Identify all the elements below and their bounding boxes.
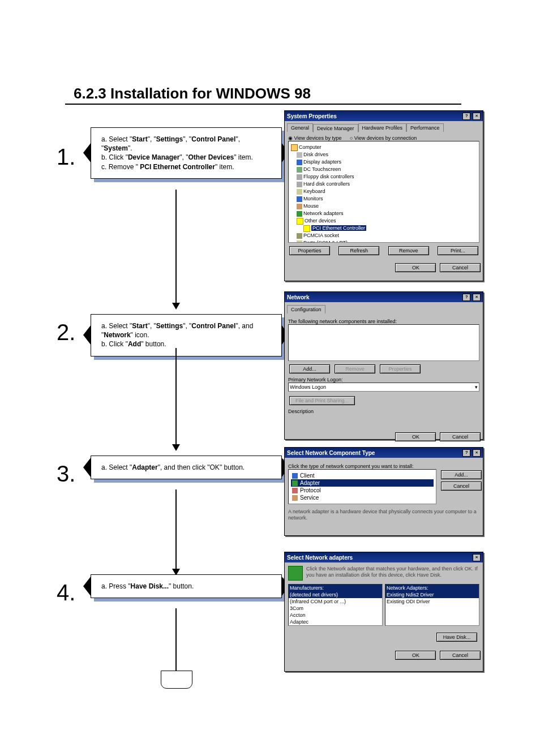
list-item[interactable]: (Infrared COM port or ...) <box>289 598 382 605</box>
tree-item[interactable]: Keyboard <box>291 188 477 195</box>
close-icon[interactable]: × <box>473 294 481 301</box>
description-text: A network adapter is a hardware device t… <box>288 509 479 521</box>
cancel-button[interactable]: Cancel <box>441 482 482 491</box>
client-icon <box>292 473 298 479</box>
list-item-client[interactable]: Client <box>291 472 434 479</box>
window-select-network-adapters: Select Network adapters × Click the Netw… <box>284 552 483 672</box>
tree-item[interactable]: PCMCIA socket <box>291 232 477 239</box>
tab-device-manager[interactable]: Device Manager <box>313 124 358 132</box>
step-4-number: 4. <box>57 580 75 605</box>
refresh-button[interactable]: Refresh <box>338 246 379 255</box>
list-item-adapter[interactable]: Adapter <box>291 479 434 487</box>
tree-item[interactable]: Ports (COM & LPT) <box>291 239 477 243</box>
tree-item-pci-ethernet[interactable]: PCI Ethernet Controller <box>291 225 477 232</box>
close-icon[interactable]: × <box>473 554 481 561</box>
cancel-button[interactable]: Cancel <box>440 651 481 660</box>
ok-button[interactable]: OK <box>395 651 436 660</box>
list-item[interactable]: (detected net drivers) <box>289 591 382 598</box>
manufacturers-header: Manufacturers: <box>289 585 382 591</box>
page-title: 6.2.3 Installation for WINDOWS 98 <box>74 85 517 102</box>
remove-button: Remove <box>335 364 375 373</box>
list-item[interactable]: Adaptec <box>289 618 382 625</box>
flow-end-connector <box>161 671 192 689</box>
adapter-icon <box>288 566 303 581</box>
device-tree[interactable]: Computer Disk drives Display adapters DC… <box>288 141 479 243</box>
tree-item[interactable]: DC Touchscreen <box>291 166 477 173</box>
tab-hardware-profiles[interactable]: Hardware Profiles <box>358 123 407 132</box>
cancel-button[interactable]: Cancel <box>440 263 481 272</box>
connector-line <box>175 608 177 671</box>
list-item-protocol[interactable]: Protocol <box>291 487 434 494</box>
description-label: Description <box>288 409 479 414</box>
protocol-icon <box>292 488 298 493</box>
tree-item[interactable]: Mouse <box>291 203 477 210</box>
tab-performance[interactable]: Performance <box>406 123 444 132</box>
tree-item[interactable]: Disk drives <box>291 151 477 158</box>
component-list[interactable]: Client Adapter Protocol Service <box>288 469 436 504</box>
tree-item[interactable]: Display adapters <box>291 158 477 166</box>
primary-logon-select[interactable]: Windows Logon▾ <box>288 383 479 392</box>
tree-item[interactable]: Other devices <box>291 217 477 225</box>
ok-button[interactable]: OK <box>395 263 436 272</box>
tab-general[interactable]: General <box>287 123 313 132</box>
step-2-number: 2. <box>57 320 75 345</box>
list-item[interactable]: 3Com <box>289 605 382 612</box>
help-icon[interactable]: ? <box>462 113 470 120</box>
primary-logon-label: Primary Network Logon: <box>288 377 479 383</box>
components-list[interactable] <box>288 324 479 361</box>
help-icon[interactable]: ? <box>462 449 470 457</box>
step-1-box: a. Select "Start", "Settings", "Control … <box>91 127 282 179</box>
adapter-icon <box>292 480 298 486</box>
file-print-sharing-button[interactable]: File and Print Sharing... <box>289 396 355 405</box>
caption: Click the type of network component you … <box>288 463 479 469</box>
adapters-list[interactable]: Network Adapters: Existing Ndis2 Driver … <box>385 584 479 626</box>
connector-line <box>175 348 177 444</box>
title-underline <box>65 104 461 105</box>
close-icon[interactable]: × <box>473 449 481 457</box>
arrow-down-icon <box>172 444 180 451</box>
help-icon[interactable]: ? <box>462 294 470 301</box>
ok-button[interactable]: OK <box>395 432 436 441</box>
step-3-number: 3. <box>57 461 75 487</box>
tree-item[interactable]: Hard disk controllers <box>291 181 477 188</box>
add-button[interactable]: Add... <box>289 364 330 373</box>
print-button[interactable]: Print... <box>438 246 478 255</box>
adapters-header: Network Adapters: <box>385 585 479 591</box>
caption: Click the Network adapter that matches y… <box>306 566 479 578</box>
arrow-down-icon <box>172 303 180 310</box>
step-2-box: a. Select "Start", "Settings", "Control … <box>91 314 282 356</box>
tab-configuration[interactable]: Configuration <box>287 305 325 313</box>
radio-view-by-type[interactable]: ◉ View devices by type <box>288 135 341 141</box>
window-system-properties: System Properties ? × General Device Man… <box>284 110 483 281</box>
close-icon[interactable]: × <box>473 113 481 120</box>
titlebar: System Properties ? × <box>285 111 483 121</box>
window-network: Network ? × Configuration The following … <box>284 291 483 440</box>
window-title: Network <box>287 294 309 300</box>
manufacturers-list[interactable]: Manufacturers: (detected net drivers) (I… <box>288 584 383 626</box>
tree-item[interactable]: Network adapters <box>291 210 477 217</box>
window-title: System Properties <box>287 113 337 119</box>
list-item[interactable]: Existing ODI Driver <box>385 598 479 605</box>
service-icon <box>292 495 298 501</box>
list-item[interactable]: Existing Ndis2 Driver <box>385 591 479 598</box>
list-item-service[interactable]: Service <box>291 494 434 501</box>
connector-line <box>175 489 177 569</box>
computer-icon <box>291 144 298 151</box>
add-button[interactable]: Add... <box>441 470 482 479</box>
cancel-button[interactable]: Cancel <box>440 432 481 441</box>
properties-button: Properties <box>380 364 421 373</box>
tree-item[interactable]: Monitors <box>291 195 477 203</box>
window-title: Select Network adapters <box>287 555 353 561</box>
step-3-box: a. Select "Adapter", and then click "OK"… <box>91 456 282 479</box>
step-1-number: 1. <box>57 144 75 170</box>
list-item[interactable]: Accton <box>289 612 382 618</box>
tabs: General Device Manager Hardware Profiles… <box>285 121 483 132</box>
tree-item[interactable]: Floppy disk controllers <box>291 173 477 181</box>
window-select-component-type: Select Network Component Type ? × Click … <box>284 447 483 536</box>
tree-root: Computer <box>299 144 322 150</box>
radio-view-by-connection[interactable]: ○ View devices by connection <box>350 135 417 141</box>
components-caption: The following network components are ins… <box>288 319 479 324</box>
have-disk-button[interactable]: Have Disk... <box>436 633 477 642</box>
properties-button[interactable]: Properties <box>289 246 330 255</box>
remove-button[interactable]: Remove <box>388 246 429 255</box>
